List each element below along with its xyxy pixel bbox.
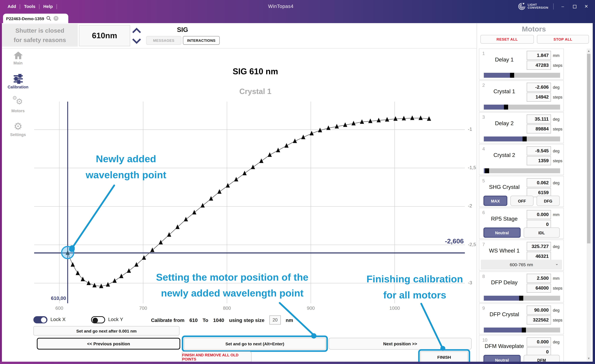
motor-position-unit: deg [553,146,564,155]
minimize-button[interactable]: – [559,3,567,10]
sidebar-item-settings[interactable]: ⚙ Settings [2,120,34,137]
wavelength-up-button[interactable] [131,26,143,35]
slider-handle[interactable] [522,137,526,142]
logo-spiral-icon [517,2,526,11]
calibrate-from-label: Calibrate from [151,317,184,323]
slider-handle[interactable] [519,296,524,301]
close-button[interactable]: ✕ [582,3,590,10]
scrollbar-thumb[interactable] [587,54,590,243]
motor-position-input[interactable]: 2.500 [527,274,551,283]
stop-all-button[interactable]: STOP ALL [537,35,589,43]
menu-item-tools[interactable]: Tools [20,4,39,9]
motor-steps-input[interactable]: 47283 [527,61,551,70]
motor-mode-off-button[interactable]: OFF [510,196,533,206]
motor-position-slider[interactable] [484,296,560,301]
set-and-go-next-button[interactable]: Set and go to next (Alt+Enter) [184,338,326,350]
maximize-button[interactable] [570,3,579,10]
motor-position-slider[interactable] [484,168,560,173]
menu-item-add[interactable]: Add [4,4,20,9]
motors-scrollbar[interactable]: ▲ ▼ [587,48,591,361]
data-point-marker [217,189,221,194]
motor-card-delay-2: 3Delay 235.11189884degsteps [479,112,564,143]
data-point-marker [418,116,423,120]
motor-steps-input[interactable]: 322562 [527,316,551,325]
scrollbar-down-icon[interactable]: ▼ [587,357,591,360]
calibrate-to-value[interactable]: 1040 [213,317,224,323]
sidebar-item-motors[interactable]: ⚙ ⚙ Motors [2,96,34,113]
motor-position-input[interactable]: 0.000 [527,210,551,219]
slider-handle[interactable] [522,328,526,333]
motor-position-input[interactable]: 1.847 [527,51,551,60]
chart-subtitle: Crystal 1 [34,87,477,96]
callout-dot-on-point [69,246,75,252]
finish-button[interactable]: FINISH [420,351,468,363]
data-point-marker [410,116,414,120]
motor-position-unit: deg [553,306,564,315]
step-size-input[interactable]: 20 [269,316,281,325]
motor-position-input[interactable]: 0.062 [527,178,551,187]
interactions-button[interactable]: INTERACTIONS [183,36,220,45]
document-tab[interactable]: P22463-Demo-1359 ✕ [3,14,68,23]
motor-position-input[interactable]: 325.727 [527,242,551,251]
wavelength-down-button[interactable] [131,36,143,45]
motor-steps-input[interactable]: 89884 [527,124,551,134]
crosshair-x-value: 610,00 [41,295,66,301]
motor-steps-input[interactable]: 1359 [527,156,551,165]
motor-range-dropdown[interactable]: 600-765 nm⌄ [481,260,562,270]
previous-position-button[interactable]: << Previous position [37,338,180,350]
motors-panel-divider [477,23,477,362]
sidebar-label: Main [14,61,23,65]
motor-position-input[interactable]: 90.000 [527,306,551,315]
motor-position-slider[interactable] [484,104,560,110]
motor-name: DFP Crystal [483,304,526,325]
scrollbar-up-icon[interactable]: ▲ [587,49,591,53]
sidebar-item-calibration[interactable]: Calibration [2,72,34,89]
data-point-marker [71,262,75,267]
chevron-down-icon: ⌄ [555,261,559,266]
motor-mode-max-button[interactable]: MAX [483,196,507,206]
shutter-line1: Shutter is closed [15,26,64,35]
menu-item-help[interactable]: Help [40,4,57,9]
messages-button[interactable]: MESSAGES [146,36,181,45]
motor-position-slider[interactable] [484,73,560,78]
slider-handle[interactable] [485,168,489,173]
motor-position-input[interactable]: 35.111 [527,114,551,124]
data-point-marker [127,268,131,273]
motor-mode-buttons: MAXOFFDFG [483,196,560,206]
motor-mode-dfg-button[interactable]: DFG [537,196,560,206]
calibrate-range-row: Calibrate from 610 To 1040 using step si… [151,316,293,325]
next-position-button[interactable]: Next position >> [329,338,472,350]
wavelength-display[interactable]: 610nm [79,25,130,46]
slider-fill [484,137,524,142]
motor-position-input[interactable]: -2.606 [527,83,551,92]
finish-remove-old-points-button[interactable]: FINISH AND REMOVE ALL OLD POINTS [182,351,252,363]
reset-all-button[interactable]: RESET ALL [480,35,534,43]
chart-plot-area[interactable] [34,102,467,303]
lock-y-label: Lock Y [108,316,123,322]
search-icon[interactable] [46,16,51,21]
motor-position-slider[interactable] [484,137,560,142]
motor-mode-idl-button[interactable]: IDL [524,227,560,238]
tab-close-icon[interactable]: ✕ [54,16,59,21]
slider-handle[interactable] [510,73,514,78]
motor-steps-input[interactable]: 46321 [527,252,551,261]
sidebar-item-main[interactable]: Main [2,48,34,65]
motor-card-shg-crystal: 5SHG Crystal0.0626159degMAXOFFDFG [479,176,564,207]
lock-y-toggle[interactable] [91,316,105,323]
chevron-up-icon [132,27,142,34]
slider-fill [484,296,521,301]
motor-steps-input[interactable]: 14942 [527,92,551,102]
set-and-go-after-button[interactable]: Set and go next after 0.001 nm [33,326,179,336]
motor-position-input[interactable]: 0.000 [527,337,551,346]
motor-mode-neutral-button[interactable]: Neutral [483,227,520,238]
slider-handle[interactable] [504,104,508,110]
motor-position-slider[interactable] [484,328,560,333]
data-point-marker [268,152,272,157]
lock-x-toggle[interactable] [33,316,47,323]
motor-position-input[interactable]: -9.545 [527,146,551,155]
motor-steps-input[interactable]: 64000 [527,283,551,293]
calibrate-from-value[interactable]: 610 [190,317,198,323]
lock-x-knob [41,317,46,322]
gear-icon: ⚙ [14,120,22,131]
motor-name: Crystal 2 [483,144,526,166]
